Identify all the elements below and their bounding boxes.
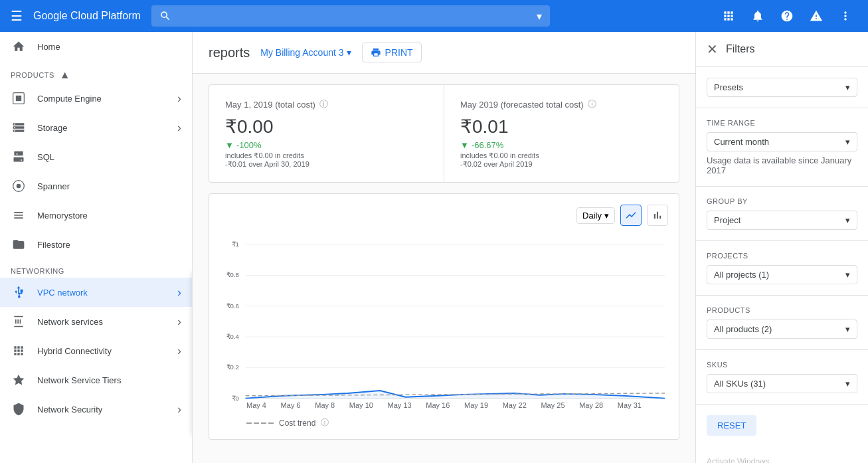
usage-note: Usage data is available since January 20… bbox=[707, 155, 857, 175]
help-icon[interactable] bbox=[775, 4, 799, 28]
filestore-icon bbox=[11, 236, 27, 252]
products-collapse-icon[interactable]: ▲ bbox=[60, 69, 70, 81]
network-security-label: Network Security bbox=[37, 405, 167, 415]
skus-selector[interactable]: All SKUs (31) ▾ bbox=[707, 374, 857, 393]
menu-icon[interactable]: ☰ bbox=[11, 8, 23, 24]
print-button[interactable]: PRINT bbox=[362, 43, 422, 62]
bar-chart-button[interactable] bbox=[647, 205, 668, 226]
filter-time-range: Time range Current month ▾ Usage data is… bbox=[696, 108, 868, 187]
filter-presets: Presets ▾ bbox=[696, 67, 868, 108]
vpc-network-icon bbox=[11, 284, 27, 300]
alert-icon[interactable] bbox=[804, 4, 828, 28]
sidebar-item-network-security[interactable]: Network Security › bbox=[0, 395, 192, 424]
sidebar-item-memorystore[interactable]: Memorystore bbox=[0, 201, 192, 230]
svg-text:₹0.6: ₹0.6 bbox=[226, 302, 239, 310]
skus-chevron-icon: ▾ bbox=[845, 379, 850, 389]
storage-icon bbox=[11, 120, 27, 136]
sidebar-item-home[interactable]: Home bbox=[0, 32, 192, 61]
stat-may1: May 1, 2019 (total cost) ⓘ ₹0.00 ▼ -100%… bbox=[209, 85, 444, 182]
filestore-label: Filestore bbox=[37, 240, 181, 250]
filter-group-by: Group by Project ▾ bbox=[696, 187, 868, 241]
projects-label: Projects bbox=[707, 252, 857, 260]
more-vert-icon[interactable] bbox=[833, 4, 857, 28]
svg-text:₹0.8: ₹0.8 bbox=[226, 271, 239, 278]
svg-text:₹0.4: ₹0.4 bbox=[226, 333, 240, 340]
compute-engine-chevron-icon: › bbox=[177, 92, 181, 106]
projects-selector[interactable]: All projects (1) ▾ bbox=[707, 265, 857, 284]
down-arrow-icon: ▼ bbox=[225, 140, 234, 150]
group-by-selector[interactable]: Project ▾ bbox=[707, 211, 857, 230]
billing-account-chevron-icon: ▾ bbox=[347, 47, 351, 58]
filter-skus: SKUs All SKUs (31) ▾ bbox=[696, 350, 868, 405]
chart-svg: ₹1 ₹0.8 ₹0.6 ₹0.4 ₹0.2 ₹0 bbox=[220, 234, 668, 407]
stat-may2019-value: ₹0.01 bbox=[460, 116, 663, 138]
stat-may1-help-icon[interactable]: ⓘ bbox=[319, 98, 328, 110]
granularity-chevron-icon: ▾ bbox=[604, 211, 609, 221]
grid-apps-icon[interactable] bbox=[717, 4, 740, 28]
stat-may2019: May 2019 (forecasted total cost) ⓘ ₹0.01… bbox=[444, 85, 679, 182]
presets-selector[interactable]: Presets ▾ bbox=[707, 78, 857, 97]
sidebar: Home PRODUCTS ▲ Compute Engine › Storage… bbox=[0, 32, 193, 463]
search-icon bbox=[159, 10, 171, 22]
vpc-network-label: VPC network bbox=[37, 288, 167, 298]
sidebar-item-hybrid-connectivity[interactable]: Hybrid Connectivity › bbox=[0, 336, 192, 365]
filter-products: Products All products (2) ▾ bbox=[696, 296, 868, 350]
storage-chevron-icon: › bbox=[177, 121, 181, 135]
sidebar-item-storage[interactable]: Storage › bbox=[0, 113, 192, 142]
stat-may2019-help-icon[interactable]: ⓘ bbox=[588, 98, 596, 110]
chart-area: Daily ▾ ₹1 ₹0.8 ₹0.6 ₹0.4 ₹0.2 bbox=[209, 193, 679, 440]
networking-section: NETWORKING bbox=[0, 259, 192, 278]
sidebar-item-network-service-tiers[interactable]: Network Service Tiers bbox=[0, 365, 192, 395]
presets-chevron-icon: ▾ bbox=[845, 82, 850, 92]
sidebar-item-filestore[interactable]: Filestore bbox=[0, 230, 192, 259]
network-security-chevron-icon: › bbox=[177, 403, 181, 417]
hybrid-connectivity-label: Hybrid Connectivity bbox=[37, 346, 167, 356]
network-service-tiers-label: Network Service Tiers bbox=[37, 375, 181, 385]
granularity-selector[interactable]: Daily ▾ bbox=[576, 207, 615, 224]
stats-row: May 1, 2019 (total cost) ⓘ ₹0.00 ▼ -100%… bbox=[209, 84, 679, 183]
stat-may2019-label: May 2019 (forecasted total cost) ⓘ bbox=[460, 98, 663, 110]
sidebar-item-compute-engine[interactable]: Compute Engine › bbox=[0, 84, 192, 113]
stat-may1-sub2: -₹0.01 over April 30, 2019 bbox=[225, 160, 428, 169]
down-arrow2-icon: ▼ bbox=[460, 140, 469, 150]
cost-trend-help-icon[interactable]: ⓘ bbox=[321, 417, 329, 428]
sidebar-item-spanner[interactable]: Spanner bbox=[0, 171, 192, 201]
sidebar-item-vpc-network[interactable]: VPC network › bbox=[0, 278, 192, 307]
time-range-selector[interactable]: Current month ▾ bbox=[707, 132, 857, 151]
notifications-icon[interactable] bbox=[746, 4, 770, 28]
activate-windows: Activate Windows Go to Settings to activ… bbox=[696, 446, 868, 463]
products-section: PRODUCTS ▲ bbox=[0, 61, 192, 84]
search-input[interactable] bbox=[177, 11, 531, 21]
stat-may1-change: ▼ -100% bbox=[225, 140, 428, 150]
products-chevron-icon: ▾ bbox=[845, 324, 850, 334]
vpc-network-chevron-icon: › bbox=[177, 286, 181, 300]
filter-projects: Projects All projects (1) ▾ bbox=[696, 241, 868, 296]
search-bar[interactable]: ▾ bbox=[151, 5, 550, 27]
app-logo: Google Cloud Platform bbox=[33, 10, 141, 22]
memorystore-icon bbox=[11, 207, 27, 223]
time-range-label: Time range bbox=[707, 119, 857, 127]
chart-svg-container: ₹1 ₹0.8 ₹0.6 ₹0.4 ₹0.2 ₹0 bbox=[220, 234, 668, 407]
filters-close-button[interactable]: ✕ bbox=[707, 41, 718, 57]
main-content: reports My Billing Account 3 ▾ PRINT May… bbox=[193, 32, 695, 463]
topbar: ☰ Google Cloud Platform ▾ bbox=[0, 0, 868, 32]
home-icon bbox=[11, 39, 27, 54]
reset-button[interactable]: RESET bbox=[707, 415, 756, 436]
page-header: reports My Billing Account 3 ▾ PRINT bbox=[193, 32, 695, 74]
cost-trend-legend: Cost trend ⓘ bbox=[220, 409, 668, 428]
line-chart-button[interactable] bbox=[620, 205, 642, 226]
sidebar-item-network-services[interactable]: Network services › bbox=[0, 307, 192, 336]
search-chevron-icon: ▾ bbox=[537, 10, 542, 23]
svg-text:₹0.2: ₹0.2 bbox=[226, 363, 239, 371]
stat-may1-label: May 1, 2019 (total cost) ⓘ bbox=[225, 98, 428, 110]
products-selector[interactable]: All products (2) ▾ bbox=[707, 320, 857, 339]
filters-header: ✕ Filters bbox=[696, 32, 868, 67]
chart-controls: Daily ▾ bbox=[220, 205, 668, 226]
compute-engine-label: Compute Engine bbox=[37, 94, 167, 104]
svg-text:₹0: ₹0 bbox=[232, 395, 239, 402]
spanner-icon bbox=[11, 178, 27, 194]
sidebar-item-sql[interactable]: SQL bbox=[0, 142, 192, 171]
billing-account-selector[interactable]: My Billing Account 3 ▾ bbox=[260, 47, 351, 58]
group-by-label: Group by bbox=[707, 197, 857, 205]
sql-label: SQL bbox=[37, 152, 181, 162]
